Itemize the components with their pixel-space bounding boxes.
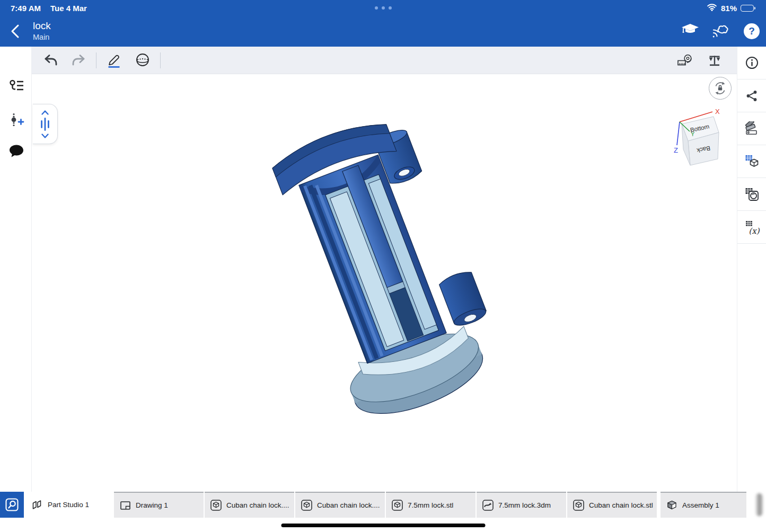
feature-panel-flyout[interactable] [33,104,58,144]
toolbar-separator [160,52,161,68]
view-cube[interactable]: X Z Y Bottom Back [667,104,730,173]
imported-cube-icon [210,499,222,511]
imported-cube-icon [391,499,403,511]
tab-label: 7.5mm lock.stl [408,501,453,509]
chevron-down-icon[interactable] [41,134,49,138]
onshape-app: 7:49 AM Tue 4 Mar 81% lock M [0,0,766,532]
learning-center-icon[interactable] [681,23,699,40]
info-icon[interactable] [737,47,766,79]
z-axis [677,122,680,145]
document-tab-bar: Part Studio 1 Drawing 1 Cuban chain lock… [0,492,766,518]
drawing-icon [119,500,131,511]
rotation-lock-button[interactable] [709,77,732,100]
right-sidebar: (x) [737,47,766,492]
lock-3d-model[interactable] [32,74,737,492]
tab-label: Cuban chain lock.stl [589,501,653,509]
model-canvas[interactable]: X Z Y Bottom Back [32,74,737,492]
home-indicator[interactable] [281,524,485,527]
tab-label: Part Studio 1 [48,501,89,509]
tab-label: 7.5mm lock.3dm [498,501,551,509]
variables-icon[interactable]: (x) [737,211,766,244]
measure-icon[interactable] [674,50,695,71]
date: Tue 4 Mar [50,4,87,13]
back-button[interactable] [7,23,23,39]
tab-label: Cuban chain lock.... [317,501,380,509]
custom-tables-icon[interactable] [737,178,766,211]
redo-icon[interactable] [68,50,89,71]
tab-cuban-chain-lock-1[interactable]: Cuban chain lock.... [205,492,294,518]
share-icon[interactable] [737,79,766,112]
assembly-icon [666,500,678,511]
follow-mode-icon[interactable] [712,22,731,40]
toolbar-separator [96,52,96,68]
tab-75mm-lock-3dm[interactable]: 7.5mm lock.3dm [477,492,566,518]
imported-cube-icon [301,499,313,511]
sphere-tool-icon[interactable] [132,50,153,71]
status-bar: 7:49 AM Tue 4 Mar 81% [0,0,766,16]
chevron-up-icon[interactable] [41,110,49,115]
tab-label: Drawing 1 [136,501,168,509]
wifi-icon [707,3,717,13]
surface-file-icon [482,499,494,511]
search-tabs-button[interactable] [0,492,24,518]
multitask-dots-icon [375,6,392,10]
panel-resize-icon [39,117,51,131]
tab-label: Cuban chain lock.... [226,501,289,509]
imported-cube-icon [573,499,585,511]
battery-icon [741,5,755,12]
add-feature-icon[interactable] [7,111,25,129]
undo-icon[interactable] [40,50,61,71]
rotation-lock-icon [713,81,727,95]
search-tabs-icon [5,498,19,512]
document-toolbar [32,47,737,74]
workspace-name: Main [33,32,49,42]
tab-label: Assembly 1 [682,501,719,509]
nav-bar: lock Main ? [0,16,766,47]
appearance-icon[interactable] [737,112,766,145]
tab-part-studio[interactable]: Part Studio 1 [24,492,113,518]
configurations-icon[interactable] [737,145,766,178]
tab-assembly[interactable]: Assembly 1 [661,492,746,518]
part-studio-icon [31,499,43,511]
tab-75mm-lock-stl[interactable]: 7.5mm lock.stl [386,492,476,518]
x-axis-label: X [715,108,720,116]
mass-properties-icon[interactable] [704,50,725,71]
clock: 7:49 AM [11,4,41,13]
tab-drawing[interactable]: Drawing 1 [114,492,204,518]
battery-percent: 81% [721,4,737,13]
sketch-pencil-icon[interactable] [103,50,125,71]
tab-scroll-hint [755,493,763,516]
document-title: lock [33,20,51,32]
feature-list-icon[interactable] [7,77,25,95]
comments-icon[interactable] [7,142,25,160]
left-sidebar [0,47,32,492]
tab-cuban-chain-lock-2[interactable]: Cuban chain lock.... [295,492,385,518]
tab-cuban-chain-lock-stl[interactable]: Cuban chain lock.stl [567,492,657,518]
help-icon[interactable]: ? [744,23,760,39]
z-axis-label: Z [674,146,678,154]
